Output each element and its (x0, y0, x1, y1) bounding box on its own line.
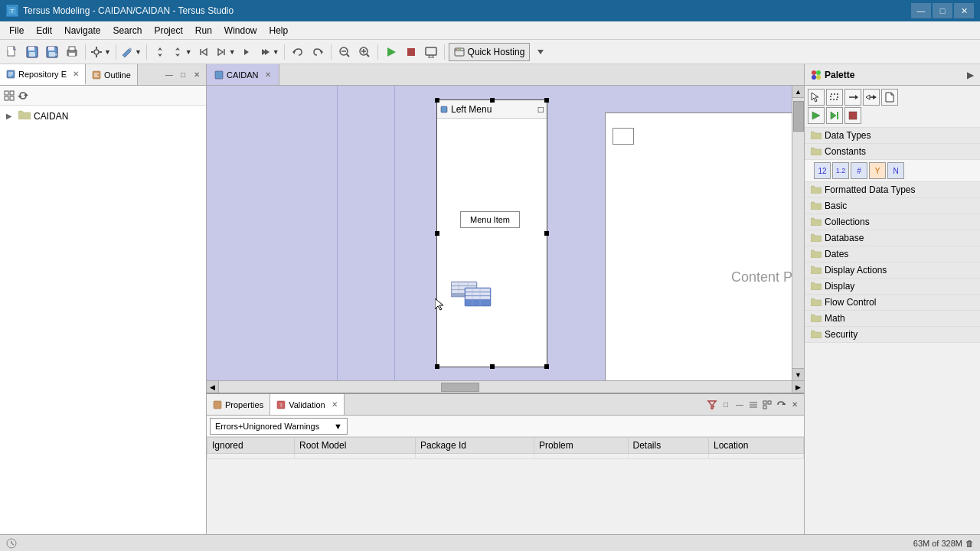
move-button[interactable] (151, 43, 169, 61)
menu-file[interactable]: File (3, 24, 30, 37)
nav-dropdown[interactable]: ▼ (214, 43, 237, 61)
collapse-all-button[interactable] (3, 90, 15, 102)
print-button[interactable] (63, 43, 81, 61)
move-dropdown[interactable]: ▼ (171, 43, 193, 61)
zoom-out-button[interactable] (335, 43, 354, 61)
palette-cat-formatted[interactable]: Formatted Data Types (805, 182, 980, 198)
maximize-panel-button[interactable]: □ (177, 69, 189, 81)
hscroll-thumb[interactable] (441, 383, 479, 392)
palette-cat-collections[interactable]: Collections (805, 214, 980, 230)
handle-br[interactable] (544, 364, 549, 369)
vscroll-down[interactable]: ▼ (792, 368, 805, 380)
content-pane-box[interactable]: Content Pane (605, 112, 792, 380)
left-menu-box[interactable]: Left Menu □ Menu Item (436, 99, 547, 367)
save-all-button[interactable]: + (43, 43, 61, 61)
palette-cat-math[interactable]: Math (805, 311, 980, 327)
zoom-in-button[interactable] (355, 43, 374, 61)
db-widget[interactable] (451, 280, 493, 309)
palette-cat-security[interactable]: Security (805, 327, 980, 343)
settings-dropdown[interactable]: ▼ (90, 43, 112, 61)
handle-tc[interactable] (490, 98, 495, 103)
view-menu-button[interactable] (747, 399, 760, 411)
back-button[interactable] (194, 43, 213, 61)
sync-button[interactable] (17, 90, 29, 102)
stop-tool[interactable] (844, 107, 861, 124)
handle-ml[interactable] (435, 231, 439, 236)
rect-tool[interactable] (826, 89, 843, 106)
menu-search[interactable]: Search (106, 24, 148, 37)
new-button[interactable] (3, 43, 21, 61)
handle-bl[interactable] (435, 364, 439, 369)
error-filter-button[interactable] (706, 399, 718, 411)
canvas-background[interactable]: Content Pane (207, 86, 792, 380)
undo-button[interactable] (289, 43, 307, 61)
palette-expand-button[interactable]: ▶ (967, 70, 974, 80)
filter-dropdown[interactable]: Errors+Unignored Warnings ▼ (210, 418, 348, 435)
quick-hosting-button[interactable]: Quick Hosting (449, 43, 531, 61)
quick-hosting-expand[interactable] (531, 43, 550, 61)
palette-cat-basic[interactable]: Basic (805, 198, 980, 214)
menu-project[interactable]: Project (148, 24, 188, 37)
handle-mr[interactable] (544, 231, 549, 236)
trash-icon[interactable]: 🗑 (965, 539, 974, 548)
canvas-horizontal-scrollbar[interactable]: ◀ ▶ (207, 380, 804, 393)
menu-help[interactable]: Help (263, 24, 295, 37)
tree-item-caidan[interactable]: ▶ CAIDAN (3, 109, 203, 123)
validation-tab[interactable]: ! Validation ✕ (270, 394, 345, 415)
validation-tab-close[interactable]: ✕ (332, 400, 338, 409)
edit-dropdown[interactable]: ▼ (120, 43, 142, 61)
close-panel-button[interactable]: ✕ (191, 69, 203, 81)
monitor-button[interactable] (422, 43, 440, 61)
palette-cat-constants[interactable]: Constants (805, 144, 980, 160)
close-bottom-button[interactable]: ✕ (789, 399, 801, 411)
const-float-btn[interactable]: 1.2 (832, 162, 849, 179)
minimize-button[interactable]: — (911, 3, 931, 18)
maximize-button[interactable]: □ (933, 3, 952, 18)
arrow-tool-1[interactable] (844, 89, 861, 106)
tree-view-button[interactable] (761, 399, 773, 411)
select-tool[interactable] (808, 89, 825, 106)
const-int-btn[interactable]: 12 (814, 162, 831, 179)
hscroll-right[interactable]: ▶ (792, 381, 804, 393)
menu-run[interactable]: Run (189, 24, 218, 37)
palette-cat-data-types[interactable]: Data Types (805, 128, 980, 144)
canvas-vertical-scrollbar[interactable]: ▲ ▼ (792, 86, 804, 380)
doc-tool[interactable] (881, 89, 898, 106)
properties-tab[interactable]: Properties (207, 394, 270, 415)
close-button[interactable]: ✕ (954, 3, 974, 18)
hscroll-left[interactable]: ◀ (207, 381, 219, 393)
play-tool-2[interactable] (826, 107, 843, 124)
menu-navigate[interactable]: Navigate (58, 24, 106, 37)
palette-cat-dates[interactable]: Dates (805, 246, 980, 262)
handle-tl[interactable] (435, 98, 439, 103)
minimize-panel-button[interactable]: — (163, 69, 175, 81)
save-button[interactable] (23, 43, 41, 61)
canvas[interactable]: Content Pane (207, 86, 792, 380)
redo-button[interactable] (309, 43, 327, 61)
minimize-bottom-button[interactable]: — (733, 399, 746, 411)
repository-tab[interactable]: Repository E ✕ (0, 64, 86, 85)
vscroll-thumb[interactable] (793, 101, 804, 132)
palette-cat-flow-control[interactable]: Flow Control (805, 295, 980, 311)
menu-item-container[interactable]: Menu Item (460, 211, 520, 228)
palette-cat-display-actions[interactable]: Display Actions (805, 262, 980, 279)
repo-tab-close[interactable]: ✕ (73, 70, 79, 78)
play-tool-1[interactable] (808, 107, 825, 124)
vscroll-up[interactable]: ▲ (792, 86, 805, 98)
maximize-bottom-button[interactable]: □ (720, 399, 732, 411)
outline-tab[interactable]: Outline (86, 64, 138, 85)
palette-cat-display[interactable]: Display (805, 279, 980, 295)
editor-tab-close[interactable]: ✕ (265, 70, 271, 79)
const-n-btn[interactable]: N (887, 162, 904, 179)
handle-bc[interactable] (490, 364, 495, 369)
caidan-editor-tab[interactable]: CAIDAN ✕ (207, 64, 279, 85)
stop-button[interactable] (402, 43, 420, 61)
palette-cat-database[interactable]: Database (805, 230, 980, 246)
refresh-bottom-button[interactable] (775, 399, 787, 411)
menu-window[interactable]: Window (218, 24, 263, 37)
forward-dropdown[interactable] (238, 43, 256, 61)
run-button[interactable] (382, 43, 400, 61)
left-menu-maximize[interactable]: □ (538, 104, 544, 115)
small-rect[interactable] (612, 128, 634, 145)
const-hash-btn[interactable]: # (851, 162, 867, 179)
